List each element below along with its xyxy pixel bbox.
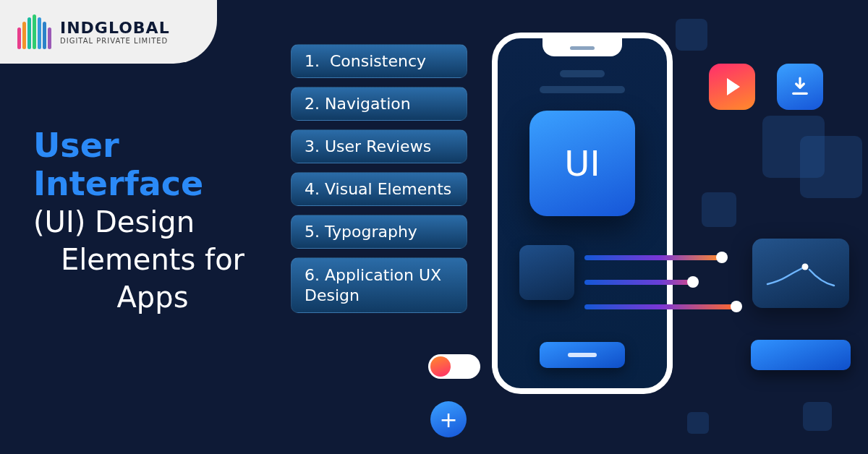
list-item-label: Navigation	[325, 95, 411, 113]
play-icon	[727, 78, 740, 95]
headline-line: (UI) Design	[33, 203, 272, 241]
list-item-num: 5.	[305, 223, 320, 241]
list-item-label: User Reviews	[325, 137, 431, 155]
plus-icon: +	[439, 407, 457, 432]
toggle-knob-icon	[430, 356, 451, 377]
list-item-num: 1.	[305, 52, 320, 70]
slider-knob-icon	[716, 252, 728, 263]
phone-notch	[542, 38, 622, 56]
decor-square	[676, 19, 707, 51]
slider-group	[584, 252, 742, 325]
slider-knob-icon	[731, 301, 742, 312]
sparkline-icon	[765, 255, 837, 291]
download-icon	[788, 75, 812, 98]
headline-line: Apps	[33, 278, 272, 316]
small-tile	[519, 245, 574, 300]
list-item-label: Consistency	[330, 52, 426, 70]
list-item: 6. Application UX Design	[291, 257, 467, 313]
elements-list: 1. Consistency 2. Navigation 3. User Rev…	[291, 44, 467, 313]
ui-tile: UI	[529, 111, 635, 216]
headline: User Interface (UI) Design Elements for …	[33, 127, 272, 316]
decor-square	[687, 412, 709, 434]
logo-tagline: DIGITAL PRIVATE LIMITED	[60, 37, 170, 45]
ui-tile-label: UI	[564, 143, 600, 184]
headline-line: Elements for	[33, 241, 272, 278]
list-item-num: 3.	[305, 137, 320, 155]
list-item-label: Typography	[325, 223, 417, 241]
list-item: 5. Typography	[291, 215, 467, 249]
decor-square	[702, 192, 736, 227]
slider[interactable]	[584, 252, 742, 263]
download-card[interactable]	[777, 64, 823, 110]
logo-mark-icon	[17, 14, 51, 49]
chart-card	[752, 239, 849, 308]
logo-brand: INDGLOBAL	[60, 19, 170, 37]
decor-square	[803, 402, 832, 431]
list-item-num: 4.	[305, 180, 320, 198]
placeholder-bar	[560, 70, 605, 77]
headline-line-accent: User Interface	[33, 127, 272, 203]
phone-mockup: UI	[492, 33, 673, 394]
slider-knob-icon	[687, 276, 699, 288]
list-item: 2. Navigation	[291, 87, 467, 121]
add-button[interactable]: +	[430, 401, 467, 437]
placeholder-bar	[540, 86, 625, 93]
logo-badge: INDGLOBAL DIGITAL PRIVATE LIMITED	[0, 0, 217, 64]
svg-point-0	[802, 264, 809, 270]
toggle-switch[interactable]	[428, 354, 480, 379]
list-item: 4. Visual Elements	[291, 172, 467, 206]
cta-button[interactable]	[540, 342, 625, 368]
slider[interactable]	[584, 276, 742, 288]
slider[interactable]	[584, 301, 742, 312]
list-item-num: 2.	[305, 95, 320, 113]
list-item: 3. User Reviews	[291, 129, 467, 163]
list-item: 1. Consistency	[291, 44, 467, 78]
decor-square	[800, 136, 862, 198]
bar-card[interactable]	[751, 340, 851, 370]
play-card[interactable]	[709, 64, 755, 110]
logo-text: INDGLOBAL DIGITAL PRIVATE LIMITED	[60, 19, 170, 45]
list-item-label: Visual Elements	[325, 180, 451, 198]
list-item-num: 6.	[305, 266, 320, 284]
list-item-label: Application UX Design	[305, 266, 441, 304]
